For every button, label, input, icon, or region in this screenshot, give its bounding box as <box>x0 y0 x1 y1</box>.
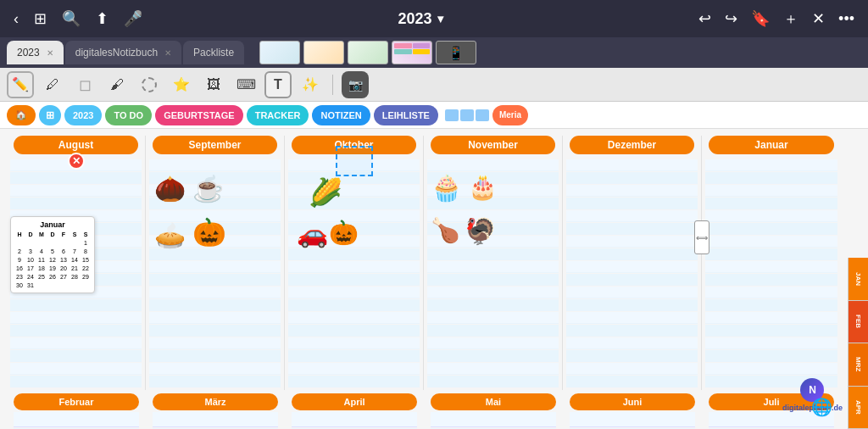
nav-grid-btn[interactable]: ⊞ <box>39 105 61 125</box>
cal-day[interactable]: 24 <box>25 273 36 281</box>
dezember-header[interactable]: Dezember <box>570 136 694 154</box>
cal-day[interactable]: 10 <box>25 256 36 264</box>
cal-day[interactable]: 11 <box>36 256 47 264</box>
cal-day[interactable]: 5 <box>47 248 58 255</box>
cal-day[interactable]: 3 <box>25 248 36 255</box>
mai-header[interactable]: Mai <box>431 393 556 410</box>
cal-day[interactable]: 27 <box>58 273 69 281</box>
undo-icon[interactable]: ↩ <box>698 9 711 28</box>
cal-day[interactable]: 8 <box>81 248 91 255</box>
pie-sticker[interactable]: 🥧 <box>154 220 186 250</box>
side-tab-jan[interactable]: JAN <box>849 258 868 301</box>
app-grid-icon[interactable]: ⊞ <box>34 9 47 28</box>
cal-day[interactable]: 26 <box>47 273 58 281</box>
grid-item-3[interactable] <box>476 109 489 121</box>
acorn-sticker[interactable]: 🌰 <box>154 174 186 203</box>
april-header[interactable]: April <box>292 393 417 410</box>
juni-header[interactable]: Juni <box>570 393 695 410</box>
februar-header[interactable]: Februar <box>14 393 139 410</box>
cal-day[interactable]: 6 <box>58 248 69 255</box>
cal-day[interactable]: 15 <box>81 256 91 264</box>
august-header[interactable]: August <box>14 136 138 154</box>
redo-icon[interactable]: ↪ <box>725 9 737 28</box>
maerz-header[interactable]: März <box>153 393 278 410</box>
cake-sticker[interactable]: 🎂 <box>468 173 498 201</box>
cal-day[interactable]: 25 <box>36 273 47 281</box>
side-tab-mrz[interactable]: MRZ <box>849 343 868 387</box>
tab-close-2023[interactable]: ✕ <box>47 48 53 58</box>
keyboard-tool-btn[interactable]: ⌨ <box>232 71 259 98</box>
side-tab-feb[interactable]: FEB <box>849 301 868 344</box>
nav-special-btn[interactable]: Meria <box>492 105 528 125</box>
cupcake-sticker[interactable]: 🧁 <box>431 173 462 203</box>
eraser-tool-btn[interactable]: ◻ <box>71 71 98 98</box>
tab-close-notiz[interactable]: ✕ <box>164 48 171 58</box>
thumb-3[interactable] <box>348 41 388 64</box>
cal-day[interactable]: 18 <box>36 265 47 272</box>
highlighter-tool-btn[interactable]: 🖌 <box>103 71 131 98</box>
truck-sticker[interactable]: 🚗 <box>297 219 328 248</box>
nav-notizen-btn[interactable]: NOTIZEN <box>312 105 370 125</box>
pumpkin-sticker[interactable]: 🎃 <box>192 216 226 248</box>
januar-header[interactable]: Januar <box>709 136 834 154</box>
back-icon[interactable]: ‹ <box>14 10 19 28</box>
share-icon[interactable]: ⬆ <box>96 9 108 28</box>
nav-leihliste-btn[interactable]: LEIHLISTE <box>374 105 438 125</box>
cal-day[interactable] <box>47 239 58 247</box>
nav-year-btn[interactable]: 2023 <box>64 105 102 125</box>
shape-tool-btn[interactable]: ⭐ <box>168 71 195 98</box>
cal-day[interactable]: 28 <box>70 273 80 281</box>
cal-day[interactable]: 1 <box>81 239 91 247</box>
cal-day[interactable] <box>25 239 36 247</box>
cal-day[interactable] <box>58 239 69 247</box>
grid-item-2[interactable] <box>460 109 474 121</box>
cal-day[interactable]: 23 <box>14 273 25 281</box>
lasso-tool-btn[interactable] <box>136 71 163 98</box>
camera-tool-btn[interactable]: 📷 <box>342 71 369 98</box>
search-icon[interactable]: 🔍 <box>62 9 81 28</box>
nav-tracker-btn[interactable]: TRACKER <box>247 105 309 125</box>
cal-day[interactable] <box>14 239 25 247</box>
pen-tool-btn[interactable]: ✏️ <box>7 71 34 98</box>
turkey-sticker[interactable]: 🍗 <box>431 216 460 244</box>
cal-day[interactable]: 17 <box>25 265 36 272</box>
nav-home-btn[interactable]: 🏠 <box>7 105 36 125</box>
text-tool-btn[interactable]: T <box>264 71 292 98</box>
cal-day[interactable]: 21 <box>70 265 80 272</box>
cal-day[interactable]: 13 <box>58 256 69 264</box>
september-header[interactable]: September <box>153 136 277 154</box>
cal-day[interactable]: 31 <box>25 281 36 289</box>
cup-sticker[interactable]: ☕ <box>192 174 224 203</box>
nav-todo-btn[interactable]: TO DO <box>105 105 152 125</box>
cal-day[interactable]: 14 <box>70 256 80 264</box>
more-icon[interactable]: ••• <box>838 10 854 28</box>
cal-day[interactable]: 20 <box>58 265 69 272</box>
august-delete-btn[interactable]: ✕ <box>68 153 85 170</box>
side-tab-apr[interactable]: APR <box>849 387 868 429</box>
grid-item-1[interactable] <box>445 109 459 121</box>
turkey2-sticker[interactable]: 🦃 <box>465 216 496 246</box>
add-icon[interactable]: ＋ <box>783 8 798 29</box>
cal-day[interactable]: 29 <box>81 273 91 281</box>
bookmark-icon[interactable]: 🔖 <box>751 9 770 28</box>
marker-tool-btn[interactable]: 🖊 <box>39 71 66 98</box>
close-icon[interactable]: ✕ <box>812 9 825 28</box>
nav-geburtstage-btn[interactable]: GEBURTSTAGE <box>155 105 243 125</box>
thumb-5[interactable]: 📱 <box>436 41 476 64</box>
magic-tool-btn[interactable]: ✨ <box>297 71 324 98</box>
thumb-4[interactable] <box>392 41 432 64</box>
tab-notiz[interactable]: digitalesNotizbuch ✕ <box>65 41 181 64</box>
dropdown-icon[interactable]: ▾ <box>437 12 443 25</box>
mic-icon[interactable]: 🎤 <box>124 9 142 28</box>
image-tool-btn[interactable]: 🖼 <box>200 71 227 98</box>
cal-day[interactable]: 22 <box>81 265 91 272</box>
cal-day[interactable] <box>70 239 80 247</box>
corn-sticker[interactable]: 🌽 <box>309 176 342 209</box>
cal-day[interactable]: 30 <box>14 281 25 289</box>
cal-day[interactable]: 2 <box>14 248 25 255</box>
cal-day[interactable]: 12 <box>47 256 58 264</box>
cal-day[interactable]: 9 <box>14 256 25 264</box>
cal-day[interactable]: 19 <box>47 265 58 272</box>
cal-day[interactable]: 16 <box>14 265 25 272</box>
pumpkin2-sticker[interactable]: 🎃 <box>329 219 359 247</box>
